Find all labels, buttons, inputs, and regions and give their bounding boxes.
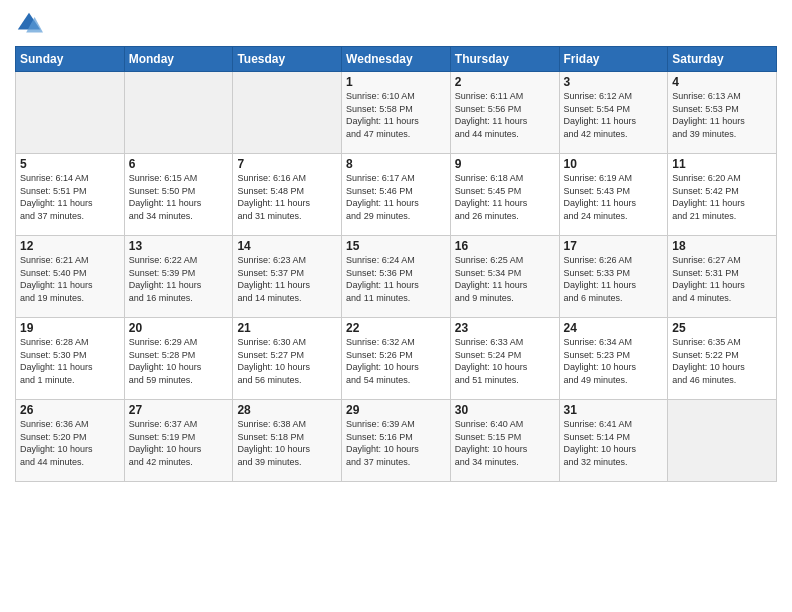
calendar-cell: 30Sunrise: 6:40 AMSunset: 5:15 PMDayligh…: [450, 400, 559, 482]
calendar-cell: [124, 72, 233, 154]
day-info: Sunrise: 6:21 AMSunset: 5:40 PMDaylight:…: [20, 254, 120, 304]
day-info: Sunrise: 6:15 AMSunset: 5:50 PMDaylight:…: [129, 172, 229, 222]
day-info: Sunrise: 6:29 AMSunset: 5:28 PMDaylight:…: [129, 336, 229, 386]
day-number: 26: [20, 403, 120, 417]
day-number: 31: [564, 403, 664, 417]
day-info: Sunrise: 6:30 AMSunset: 5:27 PMDaylight:…: [237, 336, 337, 386]
calendar-week-2: 5Sunrise: 6:14 AMSunset: 5:51 PMDaylight…: [16, 154, 777, 236]
day-number: 25: [672, 321, 772, 335]
weekday-header-saturday: Saturday: [668, 47, 777, 72]
day-info: Sunrise: 6:33 AMSunset: 5:24 PMDaylight:…: [455, 336, 555, 386]
day-info: Sunrise: 6:34 AMSunset: 5:23 PMDaylight:…: [564, 336, 664, 386]
calendar-week-3: 12Sunrise: 6:21 AMSunset: 5:40 PMDayligh…: [16, 236, 777, 318]
calendar-cell: 1Sunrise: 6:10 AMSunset: 5:58 PMDaylight…: [342, 72, 451, 154]
day-info: Sunrise: 6:16 AMSunset: 5:48 PMDaylight:…: [237, 172, 337, 222]
weekday-header-wednesday: Wednesday: [342, 47, 451, 72]
calendar-cell: 17Sunrise: 6:26 AMSunset: 5:33 PMDayligh…: [559, 236, 668, 318]
calendar-cell: 28Sunrise: 6:38 AMSunset: 5:18 PMDayligh…: [233, 400, 342, 482]
day-number: 10: [564, 157, 664, 171]
calendar-page: SundayMondayTuesdayWednesdayThursdayFrid…: [0, 0, 792, 612]
day-number: 12: [20, 239, 120, 253]
day-number: 21: [237, 321, 337, 335]
day-info: Sunrise: 6:27 AMSunset: 5:31 PMDaylight:…: [672, 254, 772, 304]
calendar-cell: 11Sunrise: 6:20 AMSunset: 5:42 PMDayligh…: [668, 154, 777, 236]
calendar-table: SundayMondayTuesdayWednesdayThursdayFrid…: [15, 46, 777, 482]
calendar-cell: 3Sunrise: 6:12 AMSunset: 5:54 PMDaylight…: [559, 72, 668, 154]
day-info: Sunrise: 6:41 AMSunset: 5:14 PMDaylight:…: [564, 418, 664, 468]
calendar-cell: 5Sunrise: 6:14 AMSunset: 5:51 PMDaylight…: [16, 154, 125, 236]
day-info: Sunrise: 6:39 AMSunset: 5:16 PMDaylight:…: [346, 418, 446, 468]
day-info: Sunrise: 6:25 AMSunset: 5:34 PMDaylight:…: [455, 254, 555, 304]
calendar-cell: 10Sunrise: 6:19 AMSunset: 5:43 PMDayligh…: [559, 154, 668, 236]
calendar-cell: 2Sunrise: 6:11 AMSunset: 5:56 PMDaylight…: [450, 72, 559, 154]
day-number: 11: [672, 157, 772, 171]
day-info: Sunrise: 6:18 AMSunset: 5:45 PMDaylight:…: [455, 172, 555, 222]
day-info: Sunrise: 6:10 AMSunset: 5:58 PMDaylight:…: [346, 90, 446, 140]
calendar-cell: 18Sunrise: 6:27 AMSunset: 5:31 PMDayligh…: [668, 236, 777, 318]
day-info: Sunrise: 6:38 AMSunset: 5:18 PMDaylight:…: [237, 418, 337, 468]
weekday-header-monday: Monday: [124, 47, 233, 72]
calendar-body: 1Sunrise: 6:10 AMSunset: 5:58 PMDaylight…: [16, 72, 777, 482]
day-info: Sunrise: 6:22 AMSunset: 5:39 PMDaylight:…: [129, 254, 229, 304]
calendar-cell: [16, 72, 125, 154]
day-number: 29: [346, 403, 446, 417]
day-number: 3: [564, 75, 664, 89]
calendar-cell: [668, 400, 777, 482]
day-number: 15: [346, 239, 446, 253]
calendar-cell: 9Sunrise: 6:18 AMSunset: 5:45 PMDaylight…: [450, 154, 559, 236]
day-number: 28: [237, 403, 337, 417]
day-number: 7: [237, 157, 337, 171]
day-info: Sunrise: 6:37 AMSunset: 5:19 PMDaylight:…: [129, 418, 229, 468]
calendar-cell: 24Sunrise: 6:34 AMSunset: 5:23 PMDayligh…: [559, 318, 668, 400]
day-number: 30: [455, 403, 555, 417]
day-number: 1: [346, 75, 446, 89]
calendar-cell: [233, 72, 342, 154]
day-info: Sunrise: 6:32 AMSunset: 5:26 PMDaylight:…: [346, 336, 446, 386]
day-number: 24: [564, 321, 664, 335]
day-number: 20: [129, 321, 229, 335]
calendar-cell: 16Sunrise: 6:25 AMSunset: 5:34 PMDayligh…: [450, 236, 559, 318]
calendar-cell: 22Sunrise: 6:32 AMSunset: 5:26 PMDayligh…: [342, 318, 451, 400]
day-number: 6: [129, 157, 229, 171]
calendar-cell: 15Sunrise: 6:24 AMSunset: 5:36 PMDayligh…: [342, 236, 451, 318]
day-number: 22: [346, 321, 446, 335]
day-info: Sunrise: 6:20 AMSunset: 5:42 PMDaylight:…: [672, 172, 772, 222]
day-info: Sunrise: 6:23 AMSunset: 5:37 PMDaylight:…: [237, 254, 337, 304]
header: [15, 10, 777, 38]
day-info: Sunrise: 6:17 AMSunset: 5:46 PMDaylight:…: [346, 172, 446, 222]
weekday-header-sunday: Sunday: [16, 47, 125, 72]
calendar-cell: 20Sunrise: 6:29 AMSunset: 5:28 PMDayligh…: [124, 318, 233, 400]
logo-icon: [15, 10, 43, 38]
day-number: 9: [455, 157, 555, 171]
logo: [15, 10, 47, 38]
day-number: 19: [20, 321, 120, 335]
day-number: 2: [455, 75, 555, 89]
day-info: Sunrise: 6:35 AMSunset: 5:22 PMDaylight:…: [672, 336, 772, 386]
calendar-cell: 31Sunrise: 6:41 AMSunset: 5:14 PMDayligh…: [559, 400, 668, 482]
calendar-cell: 6Sunrise: 6:15 AMSunset: 5:50 PMDaylight…: [124, 154, 233, 236]
day-number: 14: [237, 239, 337, 253]
calendar-week-4: 19Sunrise: 6:28 AMSunset: 5:30 PMDayligh…: [16, 318, 777, 400]
day-info: Sunrise: 6:40 AMSunset: 5:15 PMDaylight:…: [455, 418, 555, 468]
calendar-cell: 4Sunrise: 6:13 AMSunset: 5:53 PMDaylight…: [668, 72, 777, 154]
weekday-header-row: SundayMondayTuesdayWednesdayThursdayFrid…: [16, 47, 777, 72]
calendar-week-5: 26Sunrise: 6:36 AMSunset: 5:20 PMDayligh…: [16, 400, 777, 482]
calendar-cell: 8Sunrise: 6:17 AMSunset: 5:46 PMDaylight…: [342, 154, 451, 236]
day-info: Sunrise: 6:24 AMSunset: 5:36 PMDaylight:…: [346, 254, 446, 304]
day-number: 23: [455, 321, 555, 335]
weekday-header-thursday: Thursday: [450, 47, 559, 72]
day-info: Sunrise: 6:12 AMSunset: 5:54 PMDaylight:…: [564, 90, 664, 140]
day-info: Sunrise: 6:13 AMSunset: 5:53 PMDaylight:…: [672, 90, 772, 140]
day-number: 18: [672, 239, 772, 253]
day-info: Sunrise: 6:26 AMSunset: 5:33 PMDaylight:…: [564, 254, 664, 304]
day-number: 17: [564, 239, 664, 253]
day-number: 27: [129, 403, 229, 417]
calendar-cell: 14Sunrise: 6:23 AMSunset: 5:37 PMDayligh…: [233, 236, 342, 318]
day-info: Sunrise: 6:28 AMSunset: 5:30 PMDaylight:…: [20, 336, 120, 386]
day-number: 8: [346, 157, 446, 171]
calendar-cell: 19Sunrise: 6:28 AMSunset: 5:30 PMDayligh…: [16, 318, 125, 400]
day-info: Sunrise: 6:36 AMSunset: 5:20 PMDaylight:…: [20, 418, 120, 468]
calendar-cell: 26Sunrise: 6:36 AMSunset: 5:20 PMDayligh…: [16, 400, 125, 482]
calendar-cell: 7Sunrise: 6:16 AMSunset: 5:48 PMDaylight…: [233, 154, 342, 236]
calendar-header: SundayMondayTuesdayWednesdayThursdayFrid…: [16, 47, 777, 72]
